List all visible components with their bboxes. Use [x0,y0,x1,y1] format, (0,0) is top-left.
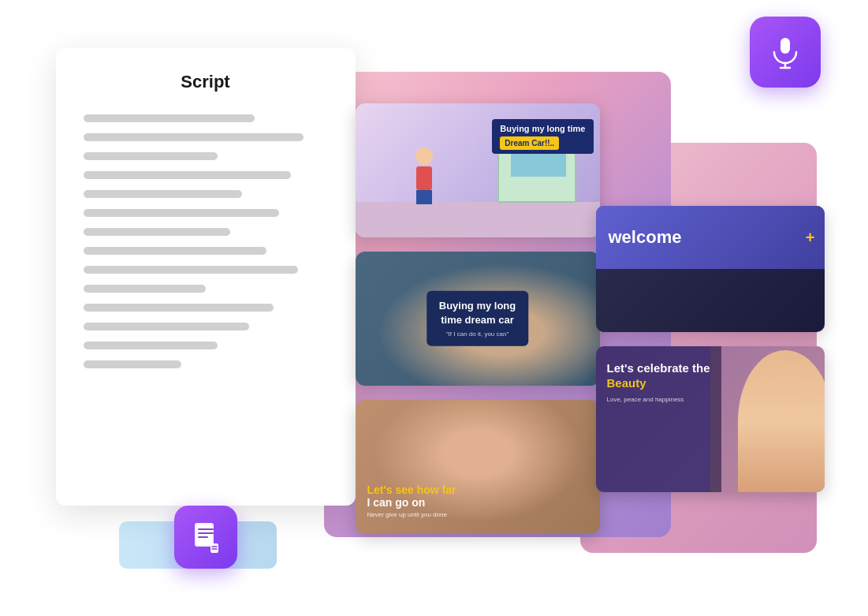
beauty-subtitle: Love, peace and happiness [607,396,711,404]
script-line [84,152,218,160]
script-line [84,360,181,368]
card1-floor [356,202,600,237]
script-line [84,209,279,217]
card2-photo: Buying my long time dream car "If I can … [356,252,600,386]
welcome-plus: + [806,228,815,246]
script-line [84,266,299,274]
script-title: Script [84,72,328,92]
svg-rect-8 [210,543,218,553]
right-cards: welcome + Let's celebrate the Beauty Lov… [596,127,825,492]
card3-sub: Never give up until you done [367,511,456,518]
script-line [84,133,304,141]
script-line [84,228,230,236]
card1-caption: Buying my long time Dream Car!!.. [492,119,593,154]
card1-caption-highlight: Dream Car!!.. [500,136,559,150]
welcome-text: welcome [609,227,682,248]
welcome-top: welcome + [596,206,825,269]
beauty-title: Let's celebrate the Beauty [607,360,711,391]
svg-rect-0 [780,38,790,54]
card1-character [411,147,438,203]
card2-subcaption: "If I can do it, you can" [439,330,516,338]
script-line [84,285,206,293]
welcome-bottom-img [596,269,825,332]
card2-text1: Buying my long [439,299,516,311]
beauty-card[interactable]: Let's celebrate the Beauty Love, peace a… [596,346,825,492]
welcome-card[interactable]: welcome + [596,206,825,332]
welcome-bottom [596,269,825,332]
video-card-car-animation[interactable]: Buying my long time Dream Car!!.. [356,103,600,237]
script-line [84,323,250,330]
script-line [84,114,255,122]
card3-caption: Let's see how far I can go on Never give… [367,483,456,518]
card2-caption: Buying my long time dream car "If I can … [427,290,529,346]
script-line [84,304,274,312]
video-cards-container: Buying my long time Dream Car!!.. Buying… [356,103,600,534]
script-line [84,247,267,255]
char-body [416,166,432,190]
beauty-content: Let's celebrate the Beauty Love, peace a… [596,346,722,492]
video-card-fitness[interactable]: Let's see how far I can go on Never give… [356,400,600,534]
mic-svg [768,35,803,69]
beauty-title-line1: Let's celebrate the [607,361,710,375]
card3-text2: I can go on [367,496,456,509]
script-document: Script [56,48,356,506]
script-line [84,171,292,179]
card1-background: Buying my long time Dream Car!!.. [356,103,600,237]
beauty-person-body [738,350,825,492]
microphone-icon-button[interactable] [750,17,821,88]
char-head [415,147,433,165]
card3-text1: Let's see how far [367,483,456,496]
script-icon-button[interactable] [174,506,237,569]
main-scene: Script [40,24,829,592]
char-legs [416,190,432,204]
beauty-person [710,346,825,492]
beauty-title-highlight: Beauty [607,376,646,390]
card3-photo: Let's see how far I can go on Never give… [356,400,600,534]
welcome-label-bar: welcome + [596,206,825,269]
script-svg [188,520,223,554]
script-line [84,342,218,349]
svg-rect-4 [196,525,212,545]
card1-caption-text: Buying my long time [500,124,585,133]
script-line [84,190,243,198]
card2-text2: time dream car [441,313,514,325]
video-card-dream-car[interactable]: Buying my long time dream car "If I can … [356,252,600,386]
